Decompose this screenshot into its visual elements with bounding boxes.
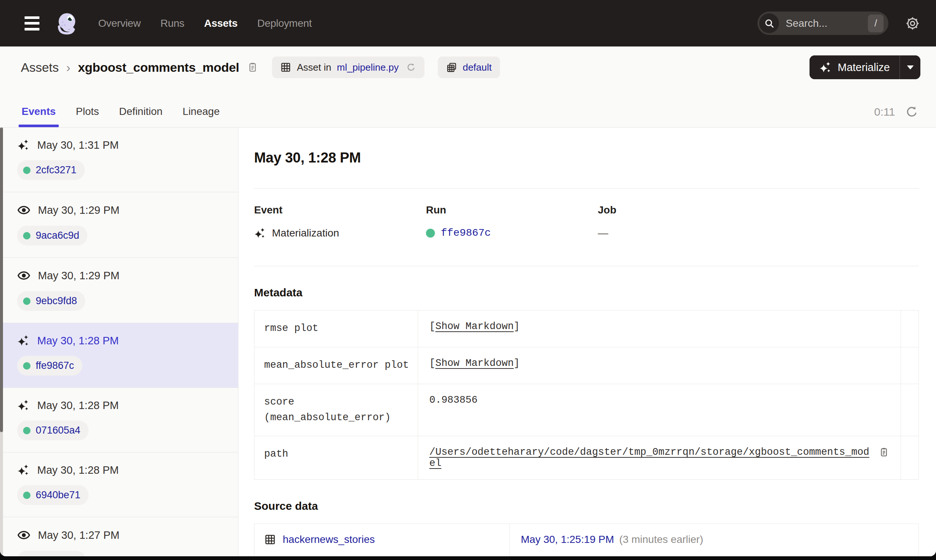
tab-definition[interactable]: Definition xyxy=(118,106,163,127)
content-area: May 30, 1:31 PM 2cfc3271 May 30, 1:29 PM… xyxy=(0,128,936,556)
asset-file-link[interactable]: ml_pipeline.py xyxy=(337,62,399,73)
run-column-label: Run xyxy=(426,204,598,216)
event-timestamp: May 30, 1:28 PM xyxy=(37,399,119,412)
run-id-link: 2cfc3271 xyxy=(36,165,77,176)
event-list-item[interactable]: May 30, 1:28 PM 071605a4 xyxy=(0,388,238,452)
event-list-item[interactable]: May 30, 1:28 PM ffe9867c xyxy=(0,323,238,388)
search-icon xyxy=(759,13,779,33)
primary-nav: Overview Runs Assets Deployment xyxy=(98,17,312,29)
refresh-icon[interactable] xyxy=(905,105,919,119)
run-id-badge[interactable]: 071605a4 xyxy=(17,420,89,440)
source-time-note: (3 minutes earlier) xyxy=(619,534,704,546)
run-id-badge[interactable]: ffe9867c xyxy=(17,356,82,375)
run-id-badge[interactable]: 6940be71 xyxy=(17,485,89,505)
metadata-row-gutter xyxy=(901,436,919,479)
refresh-countdown: 0:11 xyxy=(874,106,895,118)
event-time-row: May 30, 1:27 PM xyxy=(17,528,227,542)
menu-button[interactable] xyxy=(22,15,42,32)
nav-item-deployment[interactable]: Deployment xyxy=(257,17,312,29)
nav-item-overview[interactable]: Overview xyxy=(98,17,141,29)
metadata-key: mean_absolute_error plot xyxy=(254,347,418,384)
metadata-row-gutter xyxy=(901,347,919,384)
show-markdown-link[interactable]: Show Markdown xyxy=(435,358,514,369)
nav-item-assets[interactable]: Assets xyxy=(204,17,237,29)
copy-asset-name-icon[interactable] xyxy=(247,62,259,73)
show-markdown-link[interactable]: Show Markdown xyxy=(435,321,514,332)
run-id-link: 9ebc9fd8 xyxy=(36,295,77,307)
event-list-item[interactable]: May 30, 1:31 PM 2cfc3271 xyxy=(0,128,238,192)
metadata-value: [Show Markdown] xyxy=(418,311,901,347)
metadata-value: [Show Markdown] xyxy=(418,347,901,384)
reload-code-location-icon[interactable] xyxy=(406,62,416,72)
tabs-row: Events Plots Definition Lineage 0:11 xyxy=(0,88,936,128)
copy-path-icon[interactable] xyxy=(878,446,890,458)
run-id-link: 9aca6c9d xyxy=(36,230,79,242)
tab-plots[interactable]: Plots xyxy=(75,106,100,127)
app: Overview Runs Assets Deployment Search..… xyxy=(0,0,936,560)
asset-location-prefix: Asset in xyxy=(297,62,331,73)
run-id-badge[interactable]: 2cfc3271 xyxy=(17,160,85,180)
run-id-badge[interactable]: 9ebc9fd8 xyxy=(17,291,85,311)
metadata-key: rmse plot xyxy=(254,311,418,347)
event-list-item[interactable]: May 30, 1:28 PM 6940be71 xyxy=(0,452,238,517)
settings-gear-icon[interactable] xyxy=(905,15,921,31)
metadata-row: score(mean_absolute_error)0.983856 xyxy=(254,384,919,436)
scrollbar[interactable] xyxy=(0,128,3,556)
metadata-table: rmse plot[Show Markdown]mean_absolute_er… xyxy=(254,310,919,480)
event-list-item[interactable]: May 30, 1:29 PM 9ebc9fd8 xyxy=(0,258,238,323)
job-column-label: Job xyxy=(598,204,770,216)
run-status-dot xyxy=(23,427,31,434)
event-detail-title: May 30, 1:28 PM xyxy=(254,150,919,166)
run-id-link: 6940be71 xyxy=(36,489,80,501)
caret-down-icon xyxy=(907,65,914,69)
run-column: Run ffe9867c xyxy=(426,204,598,239)
metadata-row: rmse plot[Show Markdown] xyxy=(254,311,919,347)
event-list-item[interactable]: May 30, 1:29 PM 9aca6c9d xyxy=(0,192,238,258)
source-time-link[interactable]: May 30, 1:25:19 PM xyxy=(521,534,614,546)
metadata-value: 0.983856 xyxy=(418,384,901,436)
run-status-dot xyxy=(23,166,31,174)
asset-name-title: xgboost_comments_model xyxy=(78,60,239,75)
asset-group-link[interactable]: default xyxy=(463,62,492,73)
divider xyxy=(254,266,919,266)
nav-item-runs[interactable]: Runs xyxy=(160,17,184,29)
source-asset-cell: hackernews_stories xyxy=(254,524,510,555)
run-id-link[interactable]: ffe9867c xyxy=(441,227,491,239)
run-status-dot xyxy=(23,232,31,240)
run-id-badge[interactable]: fd540026 xyxy=(17,551,86,556)
metadata-key: path xyxy=(254,436,418,479)
run-status-dot xyxy=(426,229,435,238)
materialize-sparkle-icon xyxy=(819,61,832,74)
observation-icon xyxy=(17,269,31,282)
event-list-item[interactable]: May 30, 1:27 PM fd540026 xyxy=(0,517,238,556)
materialization-icon xyxy=(17,399,30,412)
divider xyxy=(254,188,919,189)
event-timestamp: May 30, 1:29 PM xyxy=(38,204,119,216)
materialize-dropdown-button[interactable] xyxy=(899,55,921,79)
event-column-label: Event xyxy=(254,204,426,216)
source-asset-link[interactable]: hackernews_stories xyxy=(283,534,375,546)
breadcrumb-assets-link[interactable]: Assets xyxy=(21,60,59,75)
scrollbar-thumb[interactable] xyxy=(0,128,3,432)
materialize-button[interactable]: Materialize xyxy=(810,55,899,79)
metadata-key: score(mean_absolute_error) xyxy=(254,384,418,436)
event-summary-columns: Event Materialization xyxy=(254,204,919,239)
search-shortcut-key: / xyxy=(868,14,884,32)
job-column: Job — xyxy=(598,204,770,239)
event-time-row: May 30, 1:29 PM xyxy=(17,269,227,282)
tab-events[interactable]: Events xyxy=(21,106,57,127)
path-link[interactable]: /Users/odetteharary/code/dagster/tmp_0mz… xyxy=(429,446,872,469)
breadcrumb-chevron-icon: › xyxy=(66,60,70,75)
event-time-row: May 30, 1:28 PM xyxy=(17,464,227,476)
event-timestamp: May 30, 1:29 PM xyxy=(38,269,119,282)
search-input[interactable]: Search... / xyxy=(757,12,888,35)
run-id-badge[interactable]: 9aca6c9d xyxy=(17,226,88,245)
event-time-row: May 30, 1:28 PM xyxy=(17,334,227,347)
run-id-link: fd540026 xyxy=(36,555,78,556)
materialization-icon xyxy=(17,139,30,151)
event-list: May 30, 1:31 PM 2cfc3271 May 30, 1:29 PM… xyxy=(0,128,239,556)
tab-lineage[interactable]: Lineage xyxy=(182,106,221,127)
metadata-row: path/Users/odetteharary/code/dagster/tmp… xyxy=(254,436,919,479)
dagster-logo[interactable] xyxy=(54,11,80,36)
materialize-label: Materialize xyxy=(838,62,890,74)
